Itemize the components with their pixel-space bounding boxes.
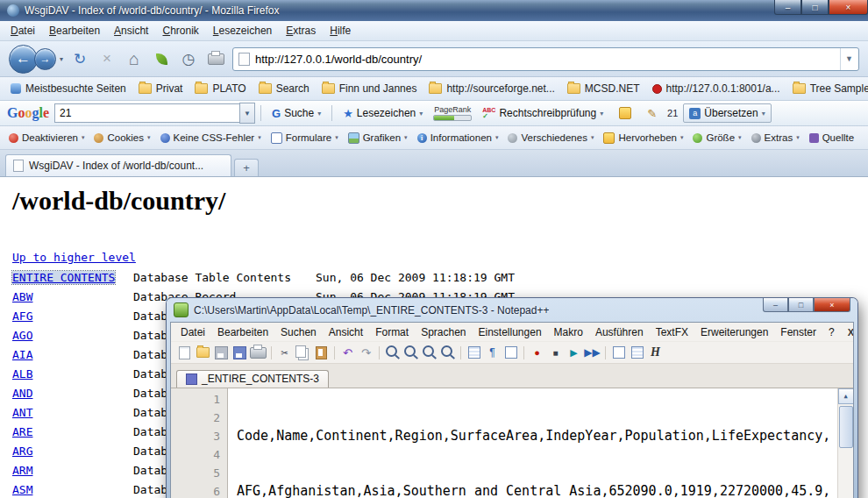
webdev-grafiken[interactable]: Grafiken▾ — [344, 130, 412, 146]
record-macro-icon[interactable]: ● — [529, 345, 545, 360]
npp-active-tab[interactable]: _ENTIRE_CONTENTS-3 — [176, 370, 329, 388]
url-input[interactable] — [255, 53, 835, 66]
redo-icon[interactable]: ↷ — [358, 345, 374, 360]
maximize-button[interactable]: □ — [801, 0, 829, 15]
menu-datei[interactable]: Datei — [4, 22, 42, 39]
home-button[interactable]: ⌂ — [124, 48, 145, 69]
entry-link[interactable]: ENTIRE CONTENTS — [12, 271, 115, 284]
google-search-button[interactable]: GSuche▾ — [267, 104, 326, 123]
entry-link[interactable]: ARE — [12, 425, 32, 438]
undo-icon[interactable]: ↶ — [339, 345, 356, 360]
doc-switcher-icon[interactable] — [610, 345, 627, 360]
npp-menu-ansicht[interactable]: Ansicht — [323, 324, 369, 340]
entry-link[interactable]: AND — [12, 387, 32, 400]
webdev-formulare[interactable]: Formulare▾ — [267, 130, 343, 146]
highlight-button[interactable] — [614, 104, 637, 122]
menu-chronik[interactable]: Chronik — [155, 22, 205, 39]
notepadpp-titlebar[interactable]: C:\Users\Martin\AppData\Local\Temp\_ENTI… — [170, 298, 854, 322]
find-icon[interactable] — [384, 345, 401, 360]
npp-menu-makro[interactable]: Makro — [548, 324, 589, 340]
npp-menu-bearbeiten[interactable]: Bearbeiten — [211, 324, 274, 340]
bookmark-localhost-8001[interactable]: http://127.0.0.1:8001/a... — [647, 80, 786, 97]
search-history-dropdown-icon[interactable]: ▼ — [239, 103, 255, 124]
bookmark-finn-und-jannes[interactable]: Finn und Jannes — [317, 80, 423, 97]
zoom-out-icon[interactable] — [439, 345, 456, 360]
close-button[interactable]: × — [814, 298, 850, 312]
url-dropdown-icon[interactable]: ▼ — [840, 48, 853, 70]
entry-link[interactable]: ANT — [12, 406, 32, 419]
webdev-groesse[interactable]: Größe▾ — [688, 130, 745, 146]
paste-icon[interactable] — [313, 345, 330, 360]
new-tab-button[interactable]: + — [234, 159, 259, 176]
menu-bearbeiten[interactable]: Bearbeiten — [42, 22, 107, 39]
entry-link[interactable]: ABW — [12, 290, 32, 303]
translate-button[interactable]: aÜbersetzen▾ — [683, 103, 771, 123]
minimize-button[interactable]: – — [763, 298, 788, 312]
close-document-button[interactable]: X — [841, 327, 854, 338]
stop-button[interactable]: × — [96, 48, 117, 69]
webdev-hervorheben[interactable]: Hervorheben▾ — [599, 130, 687, 146]
webdev-cookies[interactable]: Cookies▾ — [89, 130, 154, 146]
npp-menu-suchen[interactable]: Suchen — [274, 324, 323, 340]
show-symbols-icon[interactable]: ¶ — [484, 345, 501, 360]
npp-menu-format[interactable]: Format — [369, 324, 415, 340]
new-file-icon[interactable] — [176, 345, 193, 360]
entry-link[interactable]: AIA — [12, 348, 32, 361]
copy-icon[interactable] — [295, 345, 311, 360]
bookmark-mcsd[interactable]: MCSD.NET — [562, 80, 645, 97]
replace-icon[interactable] — [402, 345, 419, 360]
webdev-extras[interactable]: Extras▾ — [747, 130, 804, 146]
npp-menu-datei[interactable]: Datei — [174, 324, 211, 340]
npp-menu-sprachen[interactable]: Sprachen — [415, 324, 472, 340]
html-tag-icon[interactable]: H — [647, 345, 664, 360]
npp-menu-fenster[interactable]: Fenster — [774, 324, 822, 340]
menu-extras[interactable]: Extras — [279, 22, 323, 39]
forward-button[interactable]: → — [34, 48, 56, 70]
menu-lesezeichen[interactable]: Lesezeichen — [206, 22, 279, 39]
save-all-icon[interactable] — [231, 345, 248, 360]
bookmark-meistbesuchte[interactable]: Meistbesuchte Seiten — [5, 80, 132, 97]
entry-link[interactable]: ASM — [12, 483, 32, 496]
maximize-button[interactable]: □ — [788, 298, 814, 312]
bookmark-search[interactable]: Search — [253, 80, 315, 97]
bookmark-plato[interactable]: PLATO — [189, 80, 251, 97]
google-bookmarks-button[interactable]: ★Lesezeichen▾ — [338, 104, 428, 123]
webdev-verschiedenes[interactable]: Verschiedenes▾ — [503, 130, 598, 146]
npp-menu-textfx[interactable]: TextFX — [650, 324, 694, 340]
history-button[interactable]: ◷ — [178, 48, 199, 69]
zoom-in-icon[interactable] — [421, 345, 438, 360]
google-search-input[interactable] — [54, 103, 239, 123]
run-multi-icon[interactable]: ▶▶ — [584, 345, 601, 360]
close-button[interactable]: × — [829, 0, 868, 15]
bookmark-privat[interactable]: Privat — [133, 80, 189, 97]
npp-menu-einstellungen[interactable]: Einstellungen — [473, 324, 548, 340]
save-icon[interactable] — [213, 345, 230, 360]
menu-hilfe[interactable]: Hilfe — [323, 22, 358, 39]
open-folder-icon[interactable] — [195, 345, 211, 360]
code-text[interactable]: Code,Name,Continent,Region,SurfaceArea,I… — [228, 388, 837, 498]
vertical-scrollbar[interactable]: ▲ — [837, 388, 853, 498]
bookmark-sourceforge[interactable]: http://sourceforge.net... — [423, 80, 559, 97]
feed-button[interactable] — [151, 48, 172, 69]
minimize-button[interactable]: – — [774, 0, 801, 15]
pagerank-widget[interactable]: PageRank — [433, 105, 472, 121]
bookmark-tree-samples[interactable]: Tree Samples — [787, 80, 868, 97]
print-icon[interactable] — [250, 345, 267, 360]
entry-link[interactable]: AGO — [12, 329, 32, 342]
npp-menu-help[interactable]: ? — [822, 324, 841, 340]
function-list-icon[interactable] — [629, 345, 645, 360]
webdev-quelltext[interactable]: Quellte — [805, 130, 858, 146]
entry-link[interactable]: AFG — [12, 309, 32, 323]
reload-button[interactable]: ↻ — [69, 48, 90, 69]
npp-menu-erweiterungen[interactable]: Erweiterungen — [694, 324, 774, 340]
cut-icon[interactable]: ✂ — [276, 345, 293, 360]
webdev-deaktivieren[interactable]: Deaktivieren▾ — [4, 130, 89, 146]
scroll-up-button[interactable]: ▲ — [838, 388, 854, 404]
stop-macro-icon[interactable]: ■ — [547, 345, 564, 360]
spellcheck-button[interactable]: ABC✓Rechtschreibprüfung▾ — [477, 104, 608, 123]
npp-menu-ausfuehren[interactable]: Ausführen — [589, 324, 650, 340]
entry-link[interactable]: ARM — [12, 464, 32, 477]
word-wrap-icon[interactable] — [466, 345, 482, 360]
webdev-css[interactable]: Keine CSS-Fehler▾ — [156, 130, 266, 146]
webdev-informationen[interactable]: iInformationen▾ — [413, 130, 503, 146]
